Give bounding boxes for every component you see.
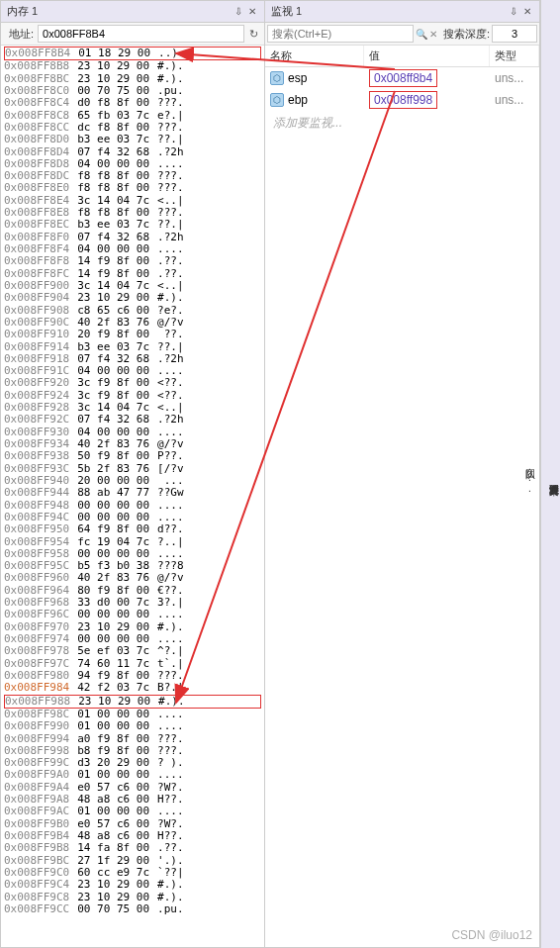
memory-address: 0x008FF960 <box>4 572 69 584</box>
memory-ascii: .... <box>157 609 184 620</box>
memory-row[interactable]: 0x008FF8E0f8 f8 8f 00???. <box>4 182 261 194</box>
memory-bytes: 14 f9 8f 00 <box>77 255 149 267</box>
memory-row[interactable]: 0x008FF914b3 ee 03 7c??.| <box>4 341 261 353</box>
memory-row[interactable]: 0x008FF9785e ef 03 7c^?.| <box>4 645 261 657</box>
memory-ascii: P??. <box>157 450 184 462</box>
col-header-type[interactable]: 类型 <box>490 46 539 66</box>
memory-bytes: 00 00 00 00 <box>77 609 149 620</box>
watch-search-bar: 🔍 ✕ 搜索深度: <box>265 23 539 46</box>
watch-name: ebp <box>288 93 308 107</box>
memory-ascii: .?2h <box>157 414 184 426</box>
memory-bytes: b3 ee 03 7c <box>77 134 149 145</box>
watch-panel-titlebar[interactable]: 监视 1 ⇩ ✕ <box>265 1 539 23</box>
memory-row[interactable]: 0x008FF9CC00 70 75 00.pu. <box>4 903 261 915</box>
memory-row[interactable]: 0x008FF8F814 f9 8f 00.??. <box>4 255 261 267</box>
memory-row[interactable]: 0x008FF994a0 f9 8f 00???. <box>4 733 261 745</box>
refresh-icon[interactable]: ↻ <box>244 28 262 41</box>
col-header-value[interactable]: 值 <box>364 46 490 66</box>
memory-row[interactable]: 0x008FF94488 ab 47 77??Gw <box>4 487 261 499</box>
memory-address: 0x008FF8B4 <box>5 47 70 59</box>
pin-icon[interactable]: ⇩ <box>508 6 519 18</box>
memory-ascii: .??. <box>157 842 184 854</box>
memory-ascii: B?.| <box>157 682 184 694</box>
watch-row[interactable]: ⬡ebp0x008ff998uns... <box>265 89 539 111</box>
memory-row[interactable]: 0x008FF9A001 00 00 00.... <box>4 769 261 781</box>
search-icon[interactable]: 🔍 <box>416 29 427 40</box>
memory-bytes: 23 10 29 00 <box>77 60 149 72</box>
memory-ascii: ??.| <box>157 219 184 231</box>
memory-bytes: 42 f2 03 7c <box>77 682 149 694</box>
memory-row[interactable]: 0x008FF8ECb3 ee 03 7c??.| <box>4 219 261 231</box>
watch-value: 0x008ff998 <box>369 91 437 109</box>
memory-row[interactable]: 0x008FF8D0b3 ee 03 7c??.| <box>4 134 261 145</box>
memory-address: 0x008FF9AC <box>4 806 69 817</box>
memory-row[interactable]: 0x008FF8B823 10 29 00#.). <box>4 60 261 72</box>
memory-panel-title: 内存 1 <box>7 4 38 19</box>
memory-address: 0x008FF938 <box>4 450 69 462</box>
memory-bytes: 64 f9 8f 00 <box>77 523 149 535</box>
watch-type: uns... <box>490 91 539 109</box>
memory-bytes: 01 18 29 00 <box>78 47 150 59</box>
watch-value: 0x008ff8b4 <box>369 69 437 87</box>
memory-address-bar: 地址: ↻ <box>1 23 264 46</box>
side-tabs[interactable]: 解决方案资源管理器 团队... <box>540 0 560 948</box>
address-input[interactable] <box>38 25 244 43</box>
memory-address: 0x008FF950 <box>4 523 69 535</box>
memory-row[interactable]: 0x008FF98823 10 29 00#.). <box>4 695 261 709</box>
col-header-name[interactable]: 名称 <box>265 46 364 66</box>
memory-address: 0x008FF8B8 <box>4 60 69 72</box>
memory-row[interactable]: 0x008FF98442 f2 03 7cB?.| <box>4 682 261 694</box>
watch-rows: ⬡esp0x008ff8b4uns...⬡ebp0x008ff998uns...… <box>265 67 539 136</box>
memory-row[interactable]: 0x008FF8D407 f4 32 68.?2h <box>4 146 261 158</box>
memory-bytes: 23 10 29 00 <box>77 292 149 304</box>
watch-value-cell: 0x008ff998 <box>364 91 490 109</box>
memory-address: 0x008FF8E0 <box>4 182 69 194</box>
memory-address: 0x008FF978 <box>4 645 69 657</box>
side-tab-team[interactable]: 团队... <box>522 461 536 494</box>
memory-address: 0x008FF920 <box>4 377 69 389</box>
watch-search-input[interactable] <box>267 25 414 43</box>
watch-panel: 监视 1 ⇩ ✕ 🔍 ✕ 搜索深度: 名称 值 类型 ⬡esp0x008ff8b… <box>265 0 540 948</box>
memory-ascii: ..). <box>158 47 185 59</box>
memory-bytes: d0 f8 8f 00 <box>77 97 149 109</box>
memory-address: 0x008FF904 <box>4 292 69 304</box>
memory-row[interactable]: 0x008FF95064 f9 8f 00d??. <box>4 523 261 535</box>
memory-ascii: <??. <box>157 377 184 389</box>
depth-input[interactable] <box>492 25 537 43</box>
memory-ascii: .... <box>157 806 184 817</box>
watch-name-cell: ⬡ebp <box>265 91 364 109</box>
memory-row[interactable]: 0x008FF9203c f9 8f 00<??. <box>4 377 261 389</box>
memory-address: 0x008FF9B8 <box>4 842 69 854</box>
watch-column-headers: 名称 值 类型 <box>265 46 539 67</box>
memory-row[interactable]: 0x008FF96C00 00 00 00.... <box>4 609 261 620</box>
memory-bytes: 88 ab 47 77 <box>77 487 149 499</box>
memory-panel-titlebar[interactable]: 内存 1 ⇩ ✕ <box>1 1 264 23</box>
memory-row[interactable]: 0x008FF8B401 18 29 00..). <box>4 47 261 60</box>
memory-address: 0x008FF8C4 <box>4 97 69 109</box>
memory-ascii: ???. <box>157 182 184 194</box>
memory-row[interactable]: 0x008FF92C07 f4 32 68.?2h <box>4 414 261 426</box>
memory-row[interactable]: 0x008FF9AC01 00 00 00.... <box>4 806 261 817</box>
add-watch-placeholder[interactable]: 添加要监视... <box>265 111 539 136</box>
memory-address: 0x008FF9C4 <box>4 879 69 891</box>
memory-row[interactable]: 0x008FF96040 2f 83 76@/?v <box>4 572 261 584</box>
memory-address: 0x008FF96C <box>4 609 69 620</box>
memory-row[interactable]: 0x008FF9C423 10 29 00#.). <box>4 879 261 891</box>
close-icon[interactable]: ✕ <box>521 6 533 18</box>
memory-bytes: 01 00 00 00 <box>77 720 149 732</box>
close-icon[interactable]: ✕ <box>246 6 258 18</box>
memory-row[interactable]: 0x008FF9B814 fa 8f 00.??. <box>4 842 261 854</box>
memory-row[interactable]: 0x008FF93850 f9 8f 00P??. <box>4 450 261 462</box>
memory-ascii: .??. <box>157 255 184 267</box>
pin-icon[interactable]: ⇩ <box>233 6 244 18</box>
memory-row[interactable]: 0x008FF90423 10 29 00#.). <box>4 292 261 304</box>
memory-row[interactable]: 0x008FF99001 00 00 00.... <box>4 720 261 732</box>
memory-hex-view[interactable]: 0x008FF8B401 18 29 00..).0x008FF8B823 10… <box>1 46 264 947</box>
memory-row[interactable]: 0x008FF91020 f9 8f 00 ??. <box>4 329 261 340</box>
variable-icon: ⬡ <box>270 93 284 107</box>
watch-row[interactable]: ⬡esp0x008ff8b4uns... <box>265 67 539 89</box>
clear-icon[interactable]: ✕ <box>429 29 437 40</box>
memory-row[interactable]: 0x008FF954fc 19 04 7c?..| <box>4 536 261 548</box>
memory-address: 0x008FF944 <box>4 487 69 499</box>
memory-row[interactable]: 0x008FF8C4d0 f8 8f 00???. <box>4 97 261 109</box>
